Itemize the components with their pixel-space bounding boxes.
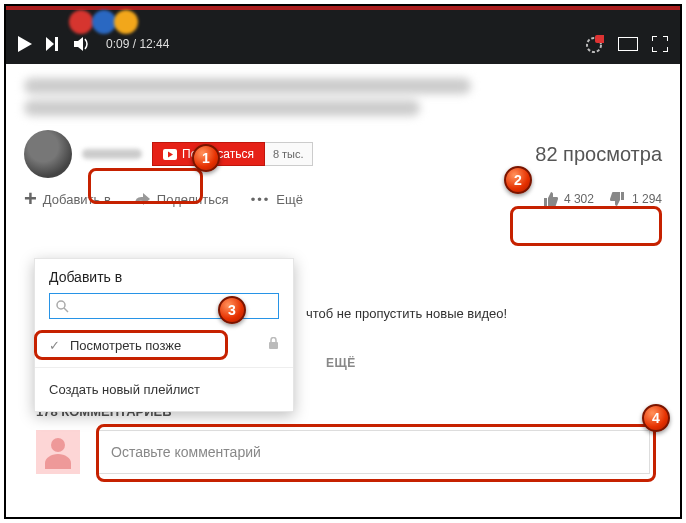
- play-icon[interactable]: [18, 36, 32, 52]
- callout-badge-2: 2: [504, 166, 532, 194]
- svg-rect-8: [595, 35, 604, 43]
- more-label: Ещё: [276, 192, 303, 207]
- share-button[interactable]: Поделиться: [133, 192, 229, 207]
- dislike-count: 1 294: [632, 192, 662, 206]
- fullscreen-icon[interactable]: [652, 36, 668, 52]
- youtube-icon: [163, 149, 177, 160]
- check-icon: ✓: [49, 338, 60, 353]
- callout-badge-3: 3: [218, 296, 246, 324]
- share-icon: [133, 192, 151, 206]
- show-more-button[interactable]: ЕЩЁ: [326, 356, 356, 370]
- callout-badge-4: 4: [642, 404, 670, 432]
- video-title: [24, 78, 662, 116]
- subscriber-count: 8 тыс.: [265, 142, 313, 166]
- svg-point-15: [51, 438, 65, 452]
- search-icon: [56, 300, 69, 313]
- quality-icon[interactable]: [584, 35, 604, 53]
- next-icon[interactable]: [46, 37, 60, 51]
- svg-marker-6: [74, 37, 83, 51]
- like-button[interactable]: 4 302: [542, 191, 594, 207]
- more-icon: •••: [251, 192, 271, 207]
- dislike-button[interactable]: 1 294: [610, 191, 662, 207]
- share-label: Поделиться: [157, 192, 229, 207]
- view-count: 82 просмотра: [535, 143, 662, 166]
- description-text: чтоб не пропустить новые видео!: [306, 306, 507, 321]
- callout-badge-1: 1: [192, 144, 220, 172]
- thumb-down-icon: [610, 191, 626, 207]
- comment-placeholder: Оставьте комментарий: [111, 444, 261, 460]
- add-to-button[interactable]: + Добавить в: [24, 188, 111, 210]
- theater-icon[interactable]: [618, 37, 638, 51]
- svg-rect-9: [618, 37, 638, 51]
- channel-avatar[interactable]: [24, 130, 72, 178]
- plus-icon: +: [24, 188, 37, 210]
- svg-line-13: [64, 308, 68, 312]
- svg-rect-14: [269, 342, 278, 349]
- volume-icon[interactable]: [74, 36, 92, 52]
- add-to-label: Добавить в: [43, 192, 111, 207]
- svg-rect-5: [55, 37, 58, 51]
- more-button[interactable]: ••• Ещё: [251, 192, 303, 207]
- lock-icon: [268, 337, 279, 353]
- watch-later-item[interactable]: ✓ Посмотреть позже: [35, 329, 293, 361]
- thumb-up-icon: [542, 191, 558, 207]
- svg-marker-4: [46, 37, 54, 51]
- create-playlist-button[interactable]: Создать новый плейлист: [35, 374, 293, 405]
- comment-input[interactable]: Оставьте комментарий: [96, 430, 650, 474]
- user-avatar: [36, 430, 80, 474]
- channel-name[interactable]: [82, 149, 142, 159]
- add-to-dropdown: Добавить в ✓ Посмотреть позже Создать но…: [34, 258, 294, 412]
- svg-point-12: [57, 301, 65, 309]
- dropdown-title: Добавить в: [35, 269, 293, 293]
- video-player[interactable]: 0:09 / 12:44: [6, 6, 680, 64]
- svg-marker-3: [18, 36, 32, 52]
- time-display: 0:09 / 12:44: [106, 37, 169, 51]
- like-count: 4 302: [564, 192, 594, 206]
- watch-later-label: Посмотреть позже: [70, 338, 181, 353]
